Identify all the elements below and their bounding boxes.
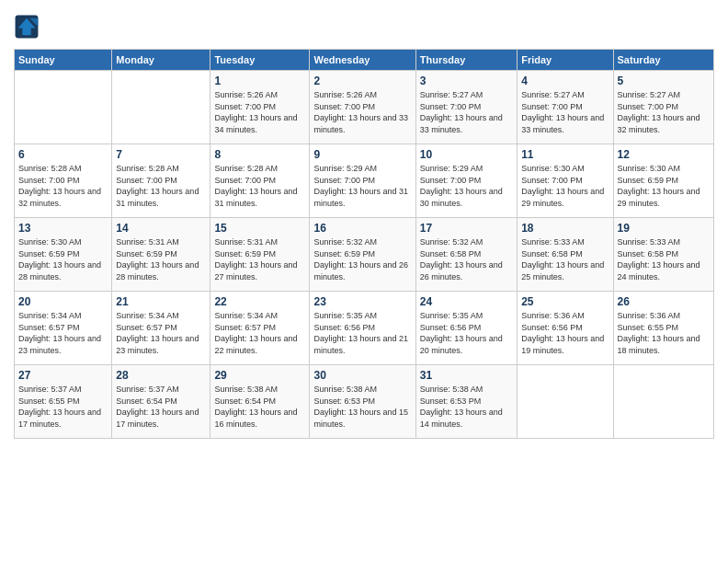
calendar-cell [518, 365, 613, 439]
calendar-cell: 12 Sunrise: 5:30 AMSunset: 6:59 PMDaylig… [613, 144, 713, 218]
day-number: 17 [420, 222, 513, 235]
day-number: 11 [521, 148, 609, 161]
day-info: Sunrise: 5:34 AMSunset: 6:57 PMDaylight:… [116, 310, 206, 356]
calendar-cell: 8 Sunrise: 5:28 AMSunset: 7:00 PMDayligh… [210, 144, 310, 218]
calendar-cell: 29 Sunrise: 5:38 AMSunset: 6:54 PMDaylig… [210, 365, 310, 439]
calendar-cell: 24 Sunrise: 5:35 AMSunset: 6:56 PMDaylig… [415, 292, 517, 365]
day-info: Sunrise: 5:29 AMSunset: 7:00 PMDaylight:… [420, 163, 513, 209]
calendar-cell: 10 Sunrise: 5:29 AMSunset: 7:00 PMDaylig… [415, 144, 517, 218]
header-row: SundayMondayTuesdayWednesdayThursdayFrid… [15, 50, 714, 71]
calendar-cell [112, 71, 210, 144]
calendar-table: SundayMondayTuesdayWednesdayThursdayFrid… [14, 49, 714, 439]
day-info: Sunrise: 5:31 AMSunset: 6:59 PMDaylight:… [116, 236, 206, 282]
day-info: Sunrise: 5:36 AMSunset: 6:56 PMDaylight:… [521, 310, 609, 356]
calendar-cell: 1 Sunrise: 5:26 AMSunset: 7:00 PMDayligh… [210, 71, 310, 144]
calendar-body: 1 Sunrise: 5:26 AMSunset: 7:00 PMDayligh… [15, 71, 714, 439]
header-cell-friday: Friday [518, 50, 613, 71]
day-number: 14 [116, 222, 206, 235]
day-info: Sunrise: 5:28 AMSunset: 7:00 PMDaylight:… [18, 163, 108, 209]
day-number: 6 [18, 148, 108, 161]
calendar-cell: 5 Sunrise: 5:27 AMSunset: 7:00 PMDayligh… [613, 71, 713, 144]
calendar-cell: 28 Sunrise: 5:37 AMSunset: 6:54 PMDaylig… [112, 365, 210, 439]
calendar-cell: 17 Sunrise: 5:32 AMSunset: 6:58 PMDaylig… [415, 218, 517, 292]
day-number: 7 [116, 148, 206, 161]
calendar-cell: 21 Sunrise: 5:34 AMSunset: 6:57 PMDaylig… [112, 292, 210, 365]
calendar-cell: 15 Sunrise: 5:31 AMSunset: 6:59 PMDaylig… [210, 218, 310, 292]
calendar-cell [15, 71, 112, 144]
day-number: 29 [214, 369, 305, 382]
day-number: 12 [618, 148, 710, 161]
day-info: Sunrise: 5:26 AMSunset: 7:00 PMDaylight:… [313, 89, 411, 135]
day-number: 8 [214, 148, 305, 161]
day-info: Sunrise: 5:34 AMSunset: 6:57 PMDaylight:… [214, 310, 305, 356]
calendar-cell: 26 Sunrise: 5:36 AMSunset: 6:55 PMDaylig… [613, 292, 713, 365]
day-info: Sunrise: 5:35 AMSunset: 6:56 PMDaylight:… [420, 310, 513, 356]
day-number: 28 [116, 369, 206, 382]
day-info: Sunrise: 5:38 AMSunset: 6:53 PMDaylight:… [420, 384, 513, 430]
logo-icon [14, 14, 40, 40]
day-info: Sunrise: 5:30 AMSunset: 7:00 PMDaylight:… [521, 163, 609, 209]
header-cell-wednesday: Wednesday [310, 50, 415, 71]
day-number: 16 [313, 222, 411, 235]
day-number: 10 [420, 148, 513, 161]
calendar-cell [613, 365, 713, 439]
calendar-cell: 16 Sunrise: 5:32 AMSunset: 6:59 PMDaylig… [310, 218, 415, 292]
day-info: Sunrise: 5:36 AMSunset: 6:55 PMDaylight:… [618, 310, 710, 356]
day-info: Sunrise: 5:27 AMSunset: 7:00 PMDaylight:… [420, 89, 513, 135]
calendar-cell: 18 Sunrise: 5:33 AMSunset: 6:58 PMDaylig… [518, 218, 613, 292]
day-info: Sunrise: 5:27 AMSunset: 7:00 PMDaylight:… [521, 89, 609, 135]
day-info: Sunrise: 5:32 AMSunset: 6:58 PMDaylight:… [420, 236, 513, 282]
header-cell-monday: Monday [112, 50, 210, 71]
day-info: Sunrise: 5:38 AMSunset: 6:53 PMDaylight:… [313, 384, 411, 430]
calendar-cell: 14 Sunrise: 5:31 AMSunset: 6:59 PMDaylig… [112, 218, 210, 292]
calendar-cell: 23 Sunrise: 5:35 AMSunset: 6:56 PMDaylig… [310, 292, 415, 365]
calendar-cell: 13 Sunrise: 5:30 AMSunset: 6:59 PMDaylig… [15, 218, 112, 292]
day-number: 25 [521, 295, 609, 308]
calendar-cell: 30 Sunrise: 5:38 AMSunset: 6:53 PMDaylig… [310, 365, 415, 439]
day-info: Sunrise: 5:31 AMSunset: 6:59 PMDaylight:… [214, 236, 305, 282]
day-number: 23 [313, 295, 411, 308]
header-cell-thursday: Thursday [415, 50, 517, 71]
day-info: Sunrise: 5:33 AMSunset: 6:58 PMDaylight:… [521, 236, 609, 282]
day-number: 31 [420, 369, 513, 382]
day-info: Sunrise: 5:28 AMSunset: 7:00 PMDaylight:… [214, 163, 305, 209]
day-info: Sunrise: 5:28 AMSunset: 7:00 PMDaylight:… [116, 163, 206, 209]
calendar-cell: 7 Sunrise: 5:28 AMSunset: 7:00 PMDayligh… [112, 144, 210, 218]
week-row-1: 1 Sunrise: 5:26 AMSunset: 7:00 PMDayligh… [15, 71, 714, 144]
calendar-cell: 4 Sunrise: 5:27 AMSunset: 7:00 PMDayligh… [518, 71, 613, 144]
day-number: 15 [214, 222, 305, 235]
day-info: Sunrise: 5:29 AMSunset: 7:00 PMDaylight:… [313, 163, 411, 209]
day-number: 3 [420, 75, 513, 87]
calendar-cell: 11 Sunrise: 5:30 AMSunset: 7:00 PMDaylig… [518, 144, 613, 218]
day-number: 26 [618, 295, 710, 308]
day-number: 2 [313, 75, 411, 87]
day-number: 4 [521, 75, 609, 87]
calendar-cell: 3 Sunrise: 5:27 AMSunset: 7:00 PMDayligh… [415, 71, 517, 144]
day-info: Sunrise: 5:38 AMSunset: 6:54 PMDaylight:… [214, 384, 305, 430]
day-info: Sunrise: 5:27 AMSunset: 7:00 PMDaylight:… [618, 89, 710, 135]
day-info: Sunrise: 5:33 AMSunset: 6:58 PMDaylight:… [618, 236, 710, 282]
day-number: 19 [618, 222, 710, 235]
header-cell-sunday: Sunday [15, 50, 112, 71]
day-number: 18 [521, 222, 609, 235]
header-cell-saturday: Saturday [613, 50, 713, 71]
calendar-cell: 20 Sunrise: 5:34 AMSunset: 6:57 PMDaylig… [15, 292, 112, 365]
day-number: 9 [313, 148, 411, 161]
day-number: 27 [18, 369, 108, 382]
calendar-cell: 31 Sunrise: 5:38 AMSunset: 6:53 PMDaylig… [415, 365, 517, 439]
day-info: Sunrise: 5:37 AMSunset: 6:55 PMDaylight:… [18, 384, 108, 430]
day-info: Sunrise: 5:30 AMSunset: 6:59 PMDaylight:… [18, 236, 108, 282]
calendar-cell: 6 Sunrise: 5:28 AMSunset: 7:00 PMDayligh… [15, 144, 112, 218]
day-number: 1 [214, 75, 305, 87]
day-info: Sunrise: 5:37 AMSunset: 6:54 PMDaylight:… [116, 384, 206, 430]
day-info: Sunrise: 5:32 AMSunset: 6:59 PMDaylight:… [313, 236, 411, 282]
week-row-4: 20 Sunrise: 5:34 AMSunset: 6:57 PMDaylig… [15, 292, 714, 365]
calendar-cell: 25 Sunrise: 5:36 AMSunset: 6:56 PMDaylig… [518, 292, 613, 365]
calendar-cell: 22 Sunrise: 5:34 AMSunset: 6:57 PMDaylig… [210, 292, 310, 365]
day-number: 22 [214, 295, 305, 308]
calendar-cell: 2 Sunrise: 5:26 AMSunset: 7:00 PMDayligh… [310, 71, 415, 144]
day-number: 20 [18, 295, 108, 308]
calendar-cell: 9 Sunrise: 5:29 AMSunset: 7:00 PMDayligh… [310, 144, 415, 218]
header-cell-tuesday: Tuesday [210, 50, 310, 71]
day-info: Sunrise: 5:30 AMSunset: 6:59 PMDaylight:… [618, 163, 710, 209]
